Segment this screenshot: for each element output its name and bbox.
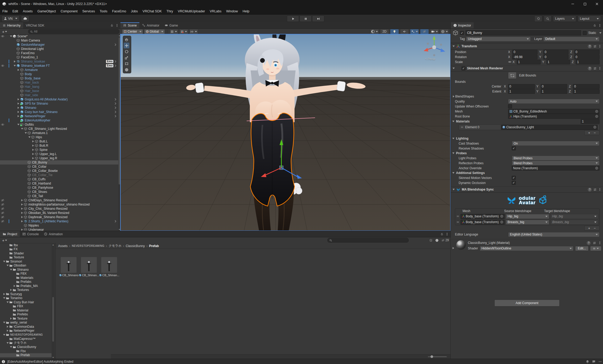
expand-arrow[interactable]: [18, 115, 19, 117]
hierarchy-row[interactable]: Hair_bang: [0, 85, 118, 89]
foldout-arrow[interactable]: [453, 68, 455, 69]
project-folder-row[interactable]: Prefabs: [0, 280, 52, 284]
thumbnail-size-slider[interactable]: [428, 356, 447, 357]
hierarchy-row[interactable]: FaceEmo_1: [0, 55, 118, 59]
project-search-input[interactable]: [327, 238, 409, 243]
add-row-button[interactable]: +: [588, 226, 590, 230]
eye-off-button[interactable]: [420, 29, 429, 34]
prefab-chevron-icon[interactable]: [114, 110, 117, 114]
prefab-chevron-icon[interactable]: [114, 98, 117, 101]
menu-help[interactable]: Help: [240, 8, 252, 15]
project-folder-row[interactable]: Texture: [0, 255, 52, 260]
audio-off-button[interactable]: [400, 29, 409, 34]
tab-animator[interactable]: Animator: [139, 22, 162, 28]
foldout-arrow[interactable]: [453, 189, 455, 190]
object-picker-icon[interactable]: [595, 167, 598, 170]
project-tree-scrollbar[interactable]: ▲ ▼: [52, 243, 55, 359]
reflection-probes-dropdown[interactable]: Blend Probes: [512, 161, 600, 166]
project-folder-row[interactable]: Materials: [0, 276, 52, 280]
status-info-icon[interactable]: [2, 360, 5, 363]
static-checkbox[interactable]: [583, 31, 587, 35]
picker-icon[interactable]: [500, 221, 503, 224]
name-field[interactable]: CB_Bunny: [465, 30, 581, 35]
move-tool-button[interactable]: [124, 43, 129, 48]
help-icon[interactable]: ?: [588, 188, 592, 192]
light-probes-dropdown[interactable]: Blend Probes: [512, 156, 600, 161]
asset-item[interactable]: CB_Shinan...: [79, 257, 98, 277]
blendshape-sync-row[interactable]: Body_base (Transform)Breasts_bigBreasts_…: [455, 219, 599, 225]
expand-arrow[interactable]: [3, 293, 5, 295]
prefab-chevron-icon[interactable]: [114, 115, 117, 118]
fx-button[interactable]: [410, 29, 419, 34]
hierarchy-row[interactable]: Ouftits: [0, 122, 118, 127]
hierarchy-row[interactable]: Hips: [0, 135, 118, 139]
mesh-object-field[interactable]: Body_base (Transform): [460, 214, 505, 219]
project-folder-row[interactable]: Material: [0, 308, 52, 312]
update-offscreen-checkbox[interactable]: [508, 104, 512, 108]
hierarchy-row[interactable]: FaceEmo: [0, 51, 118, 55]
lock-icon[interactable]: [440, 233, 443, 235]
bounds-center-y-field[interactable]: 0: [541, 84, 567, 89]
tool-handle-pivot-dropdown[interactable]: Center: [122, 29, 143, 34]
prefab-chevron-icon[interactable]: [114, 220, 117, 223]
shade-sphere-button[interactable]: [370, 29, 379, 34]
breadcrumb-item[interactable]: クモラホ: [109, 244, 121, 248]
eye-icon[interactable]: [1, 64, 4, 68]
component-menu-icon[interactable]: [598, 67, 601, 70]
static-dropdown-caret[interactable]: [599, 32, 601, 34]
component-menu-icon[interactable]: [598, 188, 601, 191]
hierarchy-row[interactable]: Hair_back: [0, 80, 118, 85]
hierarchy-search-input[interactable]: All: [28, 29, 119, 34]
expand-arrow[interactable]: [21, 216, 23, 218]
transform-t-tool-button[interactable]: [124, 67, 129, 73]
cloud-services-button[interactable]: [21, 16, 29, 22]
cam-button[interactable]: [430, 29, 439, 34]
hierarchy-row[interactable]: EdenAutoMorpher: [0, 118, 118, 122]
bounds-extent-z-field[interactable]: 1: [573, 89, 600, 94]
project-folder-row[interactable]: Fbx: [0, 349, 52, 353]
hierarchy-row[interactable]: CB_Collar: [0, 165, 118, 169]
hierarchy-row[interactable]: Hair_base: [0, 89, 118, 93]
menu-tools[interactable]: Tools: [97, 8, 110, 15]
expand-arrow[interactable]: [18, 69, 19, 71]
menu-edit[interactable]: Edit: [10, 8, 21, 15]
favorite-icon[interactable]: [429, 239, 433, 242]
project-folder-row[interactable]: NetworkPinger: [0, 329, 52, 333]
close-button[interactable]: [591, 0, 603, 8]
expand-arrow[interactable]: [14, 65, 16, 66]
expand-arrow[interactable]: [18, 111, 19, 113]
menu-assets[interactable]: Assets: [21, 8, 35, 15]
eye-icon[interactable]: [1, 34, 4, 38]
menu-vrchat-sdk[interactable]: VRChat SDK: [140, 8, 164, 15]
tab-project[interactable]: Project: [0, 231, 20, 237]
expand-arrow[interactable]: [32, 145, 34, 147]
expand-arrow[interactable]: [32, 153, 34, 155]
expand-arrow[interactable]: [7, 301, 9, 303]
project-folder-row[interactable]: FX: [0, 247, 52, 252]
orientation-gizmo[interactable]: [422, 35, 447, 60]
source-blendshape-dropdown[interactable]: Hip_big: [506, 214, 549, 219]
expand-arrow[interactable]: [18, 107, 19, 109]
expand-arrow[interactable]: [10, 346, 12, 348]
position-y-field[interactable]: 0: [543, 50, 569, 54]
object-picker-icon[interactable]: [595, 110, 598, 113]
project-folder-row[interactable]: MatCapresso™: [0, 337, 52, 341]
additional-settings-foldout[interactable]: [452, 172, 454, 174]
motion-vectors-checkbox[interactable]: ✓: [512, 176, 516, 180]
tab-animation[interactable]: Animation: [41, 231, 65, 237]
help-icon[interactable]: ?: [587, 241, 591, 245]
project-folder-row[interactable]: fbx: [0, 243, 52, 247]
asset-item[interactable]: CB_Shinano: [59, 257, 78, 277]
project-folder-row[interactable]: FBX: [0, 272, 52, 276]
anchor-override-field[interactable]: None (Transform): [512, 166, 600, 171]
hand-tool-button[interactable]: [124, 37, 129, 42]
shader-edit-button[interactable]: Edit...: [575, 246, 589, 251]
hierarchy-menu-icon[interactable]: [115, 24, 119, 27]
expand-arrow[interactable]: [10, 317, 12, 320]
status-message[interactable]: [EdenAutoMorpherEditor] AutoMorphing End…: [7, 360, 73, 363]
toggle-2d-button[interactable]: 2D: [380, 29, 389, 34]
menu-jobs[interactable]: Jobs: [129, 8, 140, 15]
eye-off-icon[interactable]: [1, 219, 4, 223]
help-icon[interactable]: ?: [588, 44, 592, 48]
hierarchy-row[interactable]: City_Chic_Shinano Resized: [0, 207, 118, 211]
